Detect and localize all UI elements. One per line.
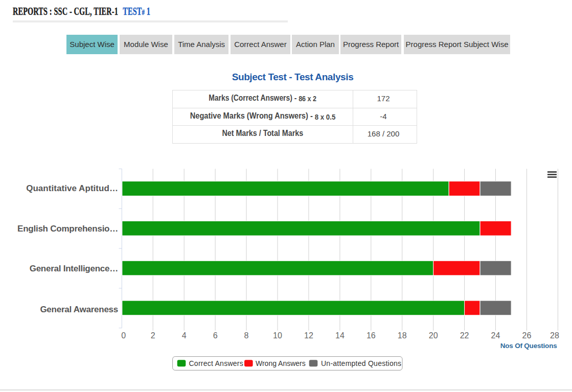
svg-text:12: 12 (304, 331, 313, 340)
svg-text:18: 18 (398, 331, 407, 340)
svg-text:General Awareness: General Awareness (40, 305, 118, 314)
svg-text:8: 8 (244, 331, 249, 340)
svg-text:22: 22 (460, 331, 469, 340)
svg-text:16: 16 (367, 331, 376, 340)
svg-text:14: 14 (335, 331, 345, 340)
svg-text:English Comprehensio…: English Comprehensio… (17, 224, 118, 234)
svg-text:Quantitative Aptitud…: Quantitative Aptitud… (26, 183, 118, 193)
svg-text:28: 28 (550, 331, 559, 340)
svg-text:Correct Answers: Correct Answers (189, 359, 243, 367)
svg-text:24: 24 (491, 331, 500, 340)
svg-text:Wrong Answers: Wrong Answers (256, 359, 306, 367)
svg-text:Un-attempted Questions: Un-attempted Questions (321, 359, 401, 367)
svg-text:Nos Of Questions: Nos Of Questions (500, 342, 557, 350)
svg-text:26: 26 (522, 331, 532, 340)
svg-text:4: 4 (182, 331, 187, 340)
svg-text:General Intelligence…: General Intelligence… (30, 264, 118, 273)
svg-text:6: 6 (213, 331, 218, 340)
svg-text:0: 0 (121, 331, 126, 340)
svg-text:10: 10 (273, 331, 282, 340)
svg-text:20: 20 (429, 331, 438, 340)
svg-text:2: 2 (151, 331, 155, 340)
